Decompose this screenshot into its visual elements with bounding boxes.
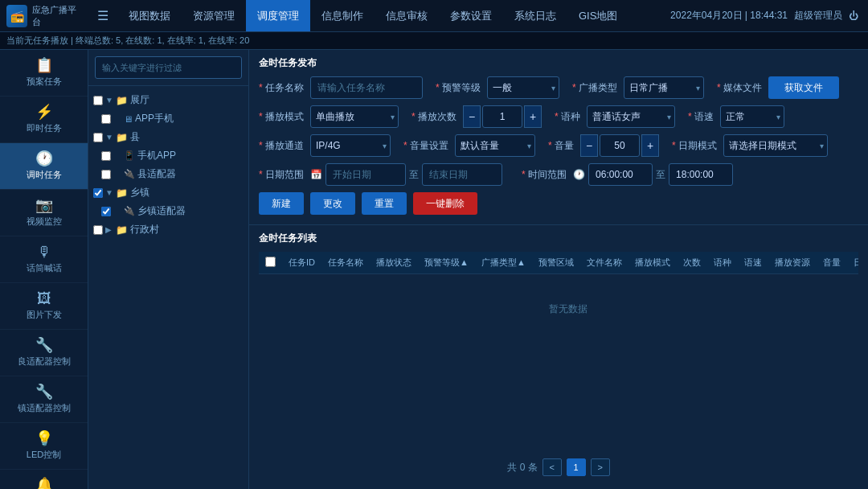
power-icon[interactable]: ⏻ xyxy=(849,10,858,22)
nav-item-调度管理[interactable]: 调度管理 xyxy=(246,0,310,31)
sidebar-label-话筒喊话: 话筒喊话 xyxy=(27,262,62,274)
expand-arrow-行政村[interactable]: ▶ xyxy=(105,225,113,234)
expand-arrow-县[interactable]: ▼ xyxy=(105,133,113,142)
form-row-4: 日期范围 📅 至 时间范围 🕐 至 xyxy=(259,163,858,186)
tree-node-乡镇适配器[interactable]: ▶ 🔌 乡镇适配器 xyxy=(92,202,245,220)
volume-plus[interactable]: + xyxy=(641,134,659,157)
action-buttons-row: 新建 更改 重置 一键删除 xyxy=(259,192,858,215)
sidebar-item-话筒喊话[interactable]: 🎙 话筒喊话 xyxy=(0,236,88,283)
tree-node-APP手机[interactable]: ▶ 🖥 APP手机 xyxy=(92,109,245,128)
play-channel-select[interactable]: IP/4G xyxy=(310,134,391,157)
th-volume: 音量 xyxy=(817,252,847,274)
hamburger-button[interactable]: ☰ xyxy=(88,0,117,32)
time-start-input[interactable] xyxy=(588,163,653,186)
tree-checkbox-展厅[interactable] xyxy=(93,96,103,105)
new-button[interactable]: 新建 xyxy=(259,192,304,215)
sidebar-item-视频监控[interactable]: 📷 视频监控 xyxy=(0,190,88,236)
tree-checkbox-县[interactable] xyxy=(93,133,103,142)
tree-label-行政村: 行政村 xyxy=(130,223,159,236)
table-section-title: 金时任务列表 xyxy=(259,232,858,245)
tree-checkbox-乡镇[interactable] xyxy=(93,188,103,198)
tone-select[interactable]: 正常 xyxy=(720,105,784,128)
预案任务-icon: 📋 xyxy=(35,58,53,72)
sidebar-label-图片下发: 图片下发 xyxy=(27,309,62,321)
logo-area: 📻 应急广播平台 xyxy=(0,4,88,27)
sidebar-item-良适配器控制[interactable]: 🔧 良适配器控制 xyxy=(0,330,88,376)
tree-node-乡镇[interactable]: ▼ 📁 乡镇 xyxy=(92,183,245,202)
th-area: 预警区域 xyxy=(532,252,580,274)
tree-label-乡镇: 乡镇 xyxy=(130,186,149,199)
tree-node-行政村[interactable]: ▶ 📁 行政村 xyxy=(92,220,245,239)
LED控制-icon: 💡 xyxy=(35,431,53,446)
prev-page-button[interactable]: < xyxy=(542,458,562,476)
get-file-button[interactable]: 获取文件 xyxy=(768,76,839,99)
volume-setting-select[interactable]: 默认音量 xyxy=(455,134,535,157)
time-end-input[interactable] xyxy=(669,163,733,186)
priority-select[interactable]: 一般 xyxy=(487,76,559,99)
sidebar-item-LED控制[interactable]: 💡 LED控制 xyxy=(0,423,88,470)
top-navbar: 📻 应急广播平台 ☰ 视图数据 资源管理 调度管理 信息制作 信息审核 参数设置… xyxy=(0,0,868,32)
play-mode-label: 播放模式 xyxy=(259,110,304,124)
nav-item-参数设置[interactable]: 参数设置 xyxy=(439,0,503,31)
tree-label-乡镇适配器: 乡镇适配器 xyxy=(137,204,186,218)
date-start-input[interactable] xyxy=(326,163,406,186)
nav-item-资源管理[interactable]: 资源管理 xyxy=(182,0,246,31)
play-count-minus[interactable]: − xyxy=(463,105,481,128)
update-button[interactable]: 更改 xyxy=(310,192,355,215)
nav-item-信息制作[interactable]: 信息制作 xyxy=(310,0,375,31)
tree-node-展厅[interactable]: ▼ 📁 展厅 xyxy=(92,91,245,109)
sidebar-label-即时任务: 即时任务 xyxy=(27,122,62,134)
tree-checkbox-行政村[interactable] xyxy=(93,225,103,235)
play-count-plus[interactable]: + xyxy=(524,105,542,128)
tree-checkbox-手机APP[interactable] xyxy=(101,151,111,161)
reset-button[interactable]: 重置 xyxy=(362,192,407,215)
th-checkbox[interactable] xyxy=(259,252,282,274)
expand-arrow-乡镇[interactable]: ▼ xyxy=(105,188,113,197)
broadcast-type-label: 广播类型 xyxy=(572,81,617,95)
volume-input[interactable] xyxy=(600,134,640,157)
即时任务-icon: ⚡ xyxy=(35,105,53,119)
play-channel-label: 播放通道 xyxy=(259,139,304,153)
sidebar-item-即时任务[interactable]: ⚡ 即时任务 xyxy=(0,97,88,143)
sidebar-item-图片下发[interactable]: 🖼 图片下发 xyxy=(0,283,88,330)
main-content: 金时任务发布 任务名称 预警等级 一般 广播类型 日常广播 媒体文件 xyxy=(249,50,868,489)
tree-node-县[interactable]: ▼ 📁 县 xyxy=(92,128,245,146)
date-mode-select-wrap: 请选择日期模式 xyxy=(723,134,828,157)
task-name-input[interactable] xyxy=(310,76,423,99)
date-range-wrap: 📅 至 xyxy=(310,163,502,186)
play-mode-select[interactable]: 单曲播放 xyxy=(310,105,399,128)
select-all-checkbox[interactable] xyxy=(265,257,276,267)
expand-arrow-展厅[interactable]: ▼ xyxy=(105,96,113,105)
tree-checkbox-县适配器[interactable] xyxy=(101,170,111,179)
volume-minus[interactable]: − xyxy=(580,134,598,157)
play-mode-select-wrap: 单曲播放 xyxy=(310,105,399,128)
tree-label-县适配器: 县适配器 xyxy=(137,167,176,181)
sidebar-item-预案任务[interactable]: 📋 预案任务 xyxy=(0,50,88,97)
sidebar-item-联动报警[interactable]: 🔔 联动报警 xyxy=(0,470,88,489)
tree-checkbox-APP手机[interactable] xyxy=(101,114,111,124)
next-page-button[interactable]: > xyxy=(591,458,610,476)
sidebar-item-调时任务[interactable]: 🕐 调时任务 xyxy=(0,143,88,190)
time-range-label: 时间范围 xyxy=(522,168,567,182)
date-mode-select[interactable]: 请选择日期模式 xyxy=(723,134,828,157)
broadcast-type-select[interactable]: 日常广播 xyxy=(624,76,704,99)
sidebar-item-镇适配器控制[interactable]: 🔧 镇适配器控制 xyxy=(0,376,88,423)
tree-search-input[interactable] xyxy=(95,56,242,79)
seed-select[interactable]: 普通话女声 xyxy=(587,105,675,128)
nav-item-信息审核[interactable]: 信息审核 xyxy=(375,0,439,31)
th-broadcast-type[interactable]: 广播类型▲ xyxy=(475,252,532,274)
page-1-button[interactable]: 1 xyxy=(567,458,586,476)
nav-item-GIS地图[interactable]: GIS地图 xyxy=(567,0,628,31)
date-end-input[interactable] xyxy=(422,163,502,186)
play-count-input[interactable] xyxy=(482,105,522,128)
th-priority[interactable]: 预警等级▲ xyxy=(418,252,475,274)
nav-item-视图数据[interactable]: 视图数据 xyxy=(117,0,182,31)
file-icon-APP手机: 🖥 xyxy=(124,114,133,124)
nav-item-系统日志[interactable]: 系统日志 xyxy=(503,0,567,31)
pagination: 共 0 条 < 1 > xyxy=(259,452,858,483)
delete-all-button[interactable]: 一键删除 xyxy=(413,192,477,215)
tree-node-县适配器[interactable]: ▶ 🔌 县适配器 xyxy=(92,165,245,183)
tree-node-手机APP[interactable]: ▶ 📱 手机APP xyxy=(92,146,245,165)
tree-checkbox-乡镇适配器[interactable] xyxy=(101,207,111,216)
sidebar-label-LED控制: LED控制 xyxy=(27,449,61,461)
